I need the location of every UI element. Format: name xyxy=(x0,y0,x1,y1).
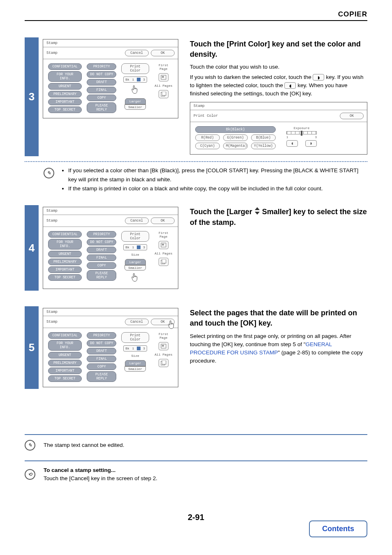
stamp-option[interactable]: PLEASE REPLY xyxy=(87,371,116,382)
stamp-option[interactable]: DO NOT COPY xyxy=(87,239,116,245)
color-y-button[interactable]: Y(Yellow) xyxy=(251,143,276,149)
first-page-button[interactable] xyxy=(159,342,168,350)
stamp-option[interactable]: DRAFT xyxy=(87,348,116,354)
bk-label: Bk xyxy=(125,245,129,249)
note-text: Touch the [Cancel] key in the screen of … xyxy=(44,474,157,483)
stamp-option[interactable]: FOR YOUR INFO. xyxy=(48,239,82,250)
stamp-option[interactable]: FINAL xyxy=(87,356,116,362)
panel-title: Stamp xyxy=(190,102,367,110)
stamp-option[interactable]: URGENT xyxy=(48,352,82,358)
color-m-button[interactable]: M(Magenta) xyxy=(223,143,248,149)
first-page-button[interactable] xyxy=(159,241,168,249)
touch-cursor-icon xyxy=(131,273,140,284)
step-title: Select the pages that the date will be p… xyxy=(190,308,367,328)
stamp-option[interactable]: FINAL xyxy=(87,87,116,93)
updown-arrow-icon xyxy=(254,207,260,217)
larger-button[interactable]: Larger xyxy=(125,259,146,265)
stamp-option[interactable]: PRIORITY xyxy=(87,332,116,339)
footer-note: ✎ The stamp text cannot be edited. xyxy=(25,434,367,456)
print-color-button[interactable]: Print Color xyxy=(121,63,149,74)
stamp-option[interactable]: PRELIMINARY xyxy=(48,259,82,265)
smaller-button[interactable]: Smaller xyxy=(125,265,146,271)
print-color-panel: Stamp Print Color OK Bk(Black) R(Red) G(… xyxy=(190,102,367,155)
exposure-label: Exposure xyxy=(294,126,309,130)
color-g-button[interactable]: G(Green) xyxy=(223,134,248,141)
stamp-option[interactable]: PLEASE REPLY xyxy=(87,270,116,281)
exposure-control: Exposure 1 3 ◖ ◗ xyxy=(286,126,317,147)
color-bk-button[interactable]: Bk(Black) xyxy=(195,126,276,133)
size-label: Size xyxy=(131,253,139,257)
size-toggle[interactable]: Larger Smaller xyxy=(125,259,146,271)
stamp-option[interactable]: DRAFT xyxy=(87,247,116,253)
larger-button[interactable]: Larger xyxy=(125,98,146,104)
exposure-min: 1 xyxy=(286,136,288,139)
stamp-col-right: PRIORITY DO NOT COPY DRAFT FINAL COPY PL… xyxy=(87,63,116,113)
page-icon xyxy=(161,344,166,349)
all-pages-button[interactable] xyxy=(159,90,168,98)
stamp-option[interactable]: COPY xyxy=(87,262,116,269)
ok-button[interactable]: OK xyxy=(151,50,175,56)
stamp-option[interactable]: FINAL xyxy=(87,254,116,261)
contents-link[interactable]: Contents xyxy=(309,520,367,537)
stamp-option[interactable]: DO NOT COPY xyxy=(87,71,116,78)
print-color-button[interactable]: Print Color xyxy=(121,231,149,242)
density-min: 1 xyxy=(132,347,134,350)
pages-icon xyxy=(161,92,166,97)
stamp-option[interactable]: URGENT xyxy=(48,251,82,257)
stamp-option[interactable]: DO NOT COPY xyxy=(87,340,116,347)
stamp-option[interactable]: PRELIMINARY xyxy=(48,91,82,97)
size-toggle[interactable]: Larger Smaller xyxy=(125,360,146,372)
stamp-option[interactable]: TOP SECRET xyxy=(48,375,82,382)
stamp-option[interactable]: IMPORTANT xyxy=(48,368,82,374)
stamp-option[interactable]: COPY xyxy=(87,95,116,101)
svg-rect-11 xyxy=(162,361,166,364)
stamp-option[interactable]: CONFIDENTIAL xyxy=(48,332,82,339)
cancel-button[interactable]: Cancel xyxy=(125,217,149,224)
step-number: 5 xyxy=(29,341,35,354)
stamp-option[interactable]: PRELIMINARY xyxy=(48,360,82,366)
density-indicator: Bk 1 3 xyxy=(123,76,147,83)
smaller-button[interactable]: Smaller xyxy=(125,104,146,110)
stamp-option[interactable]: IMPORTANT xyxy=(48,99,82,105)
stamp-option[interactable]: TOP SECRET xyxy=(48,274,82,281)
first-page-button[interactable] xyxy=(159,73,168,81)
color-r-button[interactable]: R(Red) xyxy=(195,134,220,141)
color-c-button[interactable]: C(Cyan) xyxy=(195,143,220,149)
all-pages-button[interactable] xyxy=(159,258,168,266)
size-toggle[interactable]: Larger Smaller xyxy=(125,98,146,110)
stamp-option[interactable]: PRIORITY xyxy=(87,231,116,238)
smaller-button[interactable]: Smaller xyxy=(125,366,146,372)
stamp-option[interactable]: PLEASE REPLY xyxy=(87,102,116,113)
step-paragraph: If you wish to darken the selected color… xyxy=(190,73,367,98)
panel-subtitle: Stamp xyxy=(46,219,58,223)
note-pencil-icon: ✎ xyxy=(25,440,35,451)
stamp-option[interactable]: URGENT xyxy=(48,83,82,90)
density-max: 3 xyxy=(143,78,145,81)
text: Touch the [Larger xyxy=(190,208,252,216)
cancel-button[interactable]: Cancel xyxy=(125,50,149,56)
all-pages-button[interactable] xyxy=(159,359,168,367)
stamp-option[interactable]: TOP SECRET xyxy=(48,106,82,113)
stamp-option[interactable]: COPY xyxy=(87,363,116,370)
stamp-option[interactable]: CONFIDENTIAL xyxy=(48,63,82,70)
touch-cursor-icon xyxy=(131,85,140,96)
density-indicator: Bk 1 3 xyxy=(123,244,147,250)
bk-label: Bk xyxy=(125,347,129,350)
ok-button[interactable]: OK xyxy=(151,217,175,224)
color-b-button[interactable]: B(Blue) xyxy=(251,134,276,141)
stamp-option[interactable]: DRAFT xyxy=(87,79,116,86)
step-number: 4 xyxy=(29,242,35,254)
darken-key-icon: ◗ xyxy=(313,74,324,81)
stamp-option[interactable]: CONFIDENTIAL xyxy=(48,231,82,238)
stamp-option[interactable]: PRIORITY xyxy=(87,63,116,70)
ok-button[interactable]: OK xyxy=(340,113,364,119)
cancel-button[interactable]: Cancel xyxy=(125,319,149,325)
stamp-option[interactable]: FOR YOUR INFO. xyxy=(48,71,82,82)
larger-button[interactable]: Larger xyxy=(125,360,146,366)
print-color-button[interactable]: Print Color xyxy=(121,332,149,343)
stamp-option[interactable]: FOR YOUR INFO. xyxy=(48,340,82,351)
all-pages-label: All Pages xyxy=(154,353,172,356)
lighten-button[interactable]: ◖ xyxy=(286,140,298,147)
darken-button[interactable]: ◗ xyxy=(305,140,317,147)
stamp-option[interactable]: IMPORTANT xyxy=(48,266,82,273)
